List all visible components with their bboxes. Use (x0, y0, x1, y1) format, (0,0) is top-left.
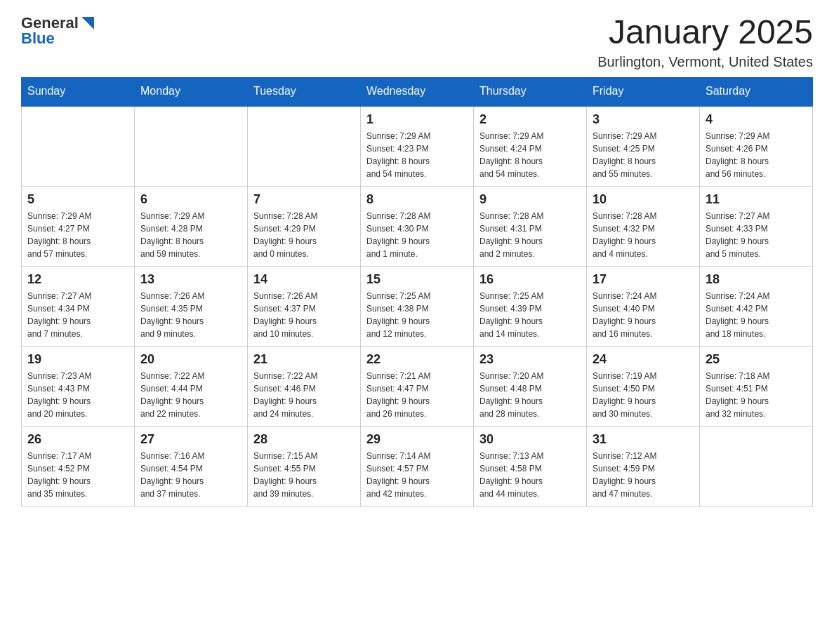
weekday-row: SundayMondayTuesdayWednesdayThursdayFrid… (22, 77, 813, 105)
day-info: Sunrise: 7:27 AM Sunset: 4:34 PM Dayligh… (27, 290, 128, 340)
day-cell-18: 18Sunrise: 7:24 AM Sunset: 4:42 PM Dayli… (700, 266, 813, 346)
day-info: Sunrise: 7:29 AM Sunset: 4:25 PM Dayligh… (593, 130, 694, 180)
calendar-table: SundayMondayTuesdayWednesdayThursdayFrid… (21, 77, 813, 507)
day-info: Sunrise: 7:22 AM Sunset: 4:46 PM Dayligh… (253, 370, 355, 420)
day-cell-23: 23Sunrise: 7:20 AM Sunset: 4:48 PM Dayli… (474, 346, 587, 426)
day-number: 26 (27, 432, 128, 447)
day-number: 23 (479, 352, 581, 367)
day-number: 21 (253, 352, 355, 367)
day-cell-21: 21Sunrise: 7:22 AM Sunset: 4:46 PM Dayli… (248, 346, 361, 426)
title-block: January 2025 Burlington, Vermont, United… (597, 14, 813, 70)
day-number: 14 (253, 272, 355, 287)
day-info: Sunrise: 7:29 AM Sunset: 4:28 PM Dayligh… (140, 210, 241, 260)
day-number: 25 (706, 352, 807, 367)
day-number: 6 (140, 192, 241, 207)
day-number: 30 (479, 432, 581, 447)
day-cell-20: 20Sunrise: 7:22 AM Sunset: 4:44 PM Dayli… (135, 346, 248, 426)
weekday-header-monday: Monday (135, 77, 248, 105)
weekday-header-tuesday: Tuesday (248, 77, 361, 105)
day-cell-15: 15Sunrise: 7:25 AM Sunset: 4:38 PM Dayli… (361, 266, 474, 346)
day-number: 15 (366, 272, 468, 287)
calendar-header: SundayMondayTuesdayWednesdayThursdayFrid… (22, 77, 813, 105)
day-info: Sunrise: 7:25 AM Sunset: 4:38 PM Dayligh… (366, 290, 468, 340)
day-info: Sunrise: 7:25 AM Sunset: 4:39 PM Dayligh… (479, 290, 581, 340)
day-cell-31: 31Sunrise: 7:12 AM Sunset: 4:59 PM Dayli… (587, 426, 700, 506)
weekday-header-thursday: Thursday (474, 77, 587, 105)
day-cell-11: 11Sunrise: 7:27 AM Sunset: 4:33 PM Dayli… (700, 186, 813, 266)
page-header: General Blue January 2025 Burlington, Ve… (21, 14, 813, 70)
day-number: 22 (366, 352, 468, 367)
day-number: 1 (366, 112, 468, 127)
day-number: 2 (479, 112, 581, 127)
day-info: Sunrise: 7:24 AM Sunset: 4:42 PM Dayligh… (706, 290, 807, 340)
day-cell-6: 6Sunrise: 7:29 AM Sunset: 4:28 PM Daylig… (135, 186, 248, 266)
day-cell-9: 9Sunrise: 7:28 AM Sunset: 4:31 PM Daylig… (474, 186, 587, 266)
day-number: 29 (366, 432, 468, 447)
day-info: Sunrise: 7:15 AM Sunset: 4:55 PM Dayligh… (253, 450, 355, 500)
logo-blue: Blue (21, 29, 55, 48)
day-info: Sunrise: 7:16 AM Sunset: 4:54 PM Dayligh… (140, 450, 241, 500)
day-info: Sunrise: 7:29 AM Sunset: 4:23 PM Dayligh… (366, 130, 468, 180)
day-cell-27: 27Sunrise: 7:16 AM Sunset: 4:54 PM Dayli… (135, 426, 248, 506)
day-number: 9 (479, 192, 581, 207)
day-cell-7: 7Sunrise: 7:28 AM Sunset: 4:29 PM Daylig… (248, 186, 361, 266)
day-info: Sunrise: 7:28 AM Sunset: 4:32 PM Dayligh… (593, 210, 694, 260)
location-title: Burlington, Vermont, United States (597, 54, 813, 70)
day-info: Sunrise: 7:18 AM Sunset: 4:51 PM Dayligh… (706, 370, 807, 420)
day-cell-1: 1Sunrise: 7:29 AM Sunset: 4:23 PM Daylig… (361, 105, 474, 186)
empty-cell (700, 426, 813, 506)
day-cell-2: 2Sunrise: 7:29 AM Sunset: 4:24 PM Daylig… (474, 105, 587, 186)
day-number: 12 (27, 272, 128, 287)
day-number: 27 (140, 432, 241, 447)
day-cell-30: 30Sunrise: 7:13 AM Sunset: 4:58 PM Dayli… (474, 426, 587, 506)
day-info: Sunrise: 7:28 AM Sunset: 4:31 PM Dayligh… (479, 210, 581, 260)
day-info: Sunrise: 7:26 AM Sunset: 4:35 PM Dayligh… (140, 290, 241, 340)
week-row-1: 1Sunrise: 7:29 AM Sunset: 4:23 PM Daylig… (22, 105, 813, 186)
day-info: Sunrise: 7:26 AM Sunset: 4:37 PM Dayligh… (253, 290, 355, 340)
day-cell-10: 10Sunrise: 7:28 AM Sunset: 4:32 PM Dayli… (587, 186, 700, 266)
day-number: 8 (366, 192, 468, 207)
day-cell-28: 28Sunrise: 7:15 AM Sunset: 4:55 PM Dayli… (248, 426, 361, 506)
day-cell-22: 22Sunrise: 7:21 AM Sunset: 4:47 PM Dayli… (361, 346, 474, 426)
day-cell-12: 12Sunrise: 7:27 AM Sunset: 4:34 PM Dayli… (22, 266, 135, 346)
day-number: 13 (140, 272, 241, 287)
day-info: Sunrise: 7:23 AM Sunset: 4:43 PM Dayligh… (27, 370, 128, 420)
week-row-3: 12Sunrise: 7:27 AM Sunset: 4:34 PM Dayli… (22, 266, 813, 346)
empty-cell (248, 105, 361, 186)
day-info: Sunrise: 7:14 AM Sunset: 4:57 PM Dayligh… (366, 450, 468, 500)
day-cell-16: 16Sunrise: 7:25 AM Sunset: 4:39 PM Dayli… (474, 266, 587, 346)
weekday-header-saturday: Saturday (700, 77, 813, 105)
day-number: 3 (593, 112, 694, 127)
week-row-4: 19Sunrise: 7:23 AM Sunset: 4:43 PM Dayli… (22, 346, 813, 426)
empty-cell (22, 105, 135, 186)
week-row-2: 5Sunrise: 7:29 AM Sunset: 4:27 PM Daylig… (22, 186, 813, 266)
week-row-5: 26Sunrise: 7:17 AM Sunset: 4:52 PM Dayli… (22, 426, 813, 506)
day-info: Sunrise: 7:29 AM Sunset: 4:26 PM Dayligh… (706, 130, 807, 180)
empty-cell (135, 105, 248, 186)
day-cell-17: 17Sunrise: 7:24 AM Sunset: 4:40 PM Dayli… (587, 266, 700, 346)
day-cell-29: 29Sunrise: 7:14 AM Sunset: 4:57 PM Dayli… (361, 426, 474, 506)
month-title: January 2025 (597, 14, 813, 51)
day-cell-3: 3Sunrise: 7:29 AM Sunset: 4:25 PM Daylig… (587, 105, 700, 186)
svg-marker-0 (81, 17, 94, 29)
day-number: 20 (140, 352, 241, 367)
day-cell-19: 19Sunrise: 7:23 AM Sunset: 4:43 PM Dayli… (22, 346, 135, 426)
day-info: Sunrise: 7:29 AM Sunset: 4:24 PM Dayligh… (479, 130, 581, 180)
calendar-body: 1Sunrise: 7:29 AM Sunset: 4:23 PM Daylig… (22, 105, 813, 506)
day-cell-5: 5Sunrise: 7:29 AM Sunset: 4:27 PM Daylig… (22, 186, 135, 266)
day-number: 5 (27, 192, 128, 207)
day-info: Sunrise: 7:29 AM Sunset: 4:27 PM Dayligh… (27, 210, 128, 260)
day-cell-13: 13Sunrise: 7:26 AM Sunset: 4:35 PM Dayli… (135, 266, 248, 346)
day-number: 17 (593, 272, 694, 287)
logo-arrow-icon (81, 17, 94, 29)
day-info: Sunrise: 7:24 AM Sunset: 4:40 PM Dayligh… (593, 290, 694, 340)
day-info: Sunrise: 7:19 AM Sunset: 4:50 PM Dayligh… (593, 370, 694, 420)
day-info: Sunrise: 7:17 AM Sunset: 4:52 PM Dayligh… (27, 450, 128, 500)
day-cell-25: 25Sunrise: 7:18 AM Sunset: 4:51 PM Dayli… (700, 346, 813, 426)
day-info: Sunrise: 7:28 AM Sunset: 4:29 PM Dayligh… (253, 210, 355, 260)
weekday-header-sunday: Sunday (22, 77, 135, 105)
weekday-header-friday: Friday (587, 77, 700, 105)
day-info: Sunrise: 7:12 AM Sunset: 4:59 PM Dayligh… (593, 450, 694, 500)
day-cell-24: 24Sunrise: 7:19 AM Sunset: 4:50 PM Dayli… (587, 346, 700, 426)
weekday-header-wednesday: Wednesday (361, 77, 474, 105)
